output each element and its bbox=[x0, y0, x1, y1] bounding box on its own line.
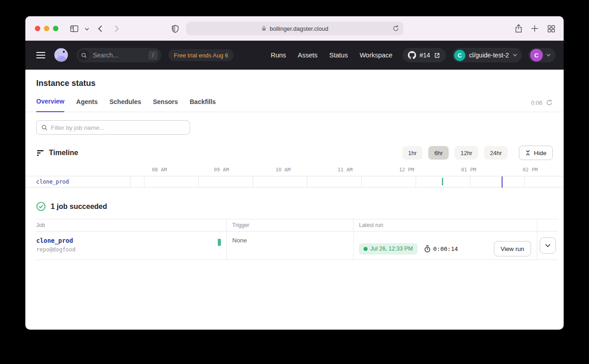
back-icon[interactable] bbox=[98, 25, 102, 32]
share-icon[interactable] bbox=[515, 24, 522, 33]
global-search[interactable]: Search... / bbox=[77, 48, 161, 62]
chevron-down-icon bbox=[546, 53, 551, 57]
github-icon bbox=[408, 51, 416, 59]
nav-status[interactable]: Status bbox=[329, 52, 348, 59]
time-range-buttons: 1hr 6hr 12hr 24hr Hide bbox=[402, 146, 553, 160]
column-latest-run: Latest run bbox=[353, 219, 537, 231]
app-header: Search... / Free trial ends Aug 6 Runs A… bbox=[25, 41, 564, 70]
address-bar[interactable]: bollinger.dagster.cloud bbox=[186, 22, 403, 35]
job-cell: clone_prod repo@dogfood bbox=[36, 232, 226, 260]
forward-icon[interactable] bbox=[115, 25, 119, 32]
row-expand-button[interactable] bbox=[540, 237, 556, 254]
nav-assets[interactable]: Assets bbox=[298, 52, 318, 59]
refresh-countdown: 0:06 bbox=[531, 99, 542, 106]
close-window-button[interactable] bbox=[35, 26, 40, 31]
run-duration: 0:00:14 bbox=[424, 245, 458, 253]
job-status-bar bbox=[218, 239, 221, 246]
tab-schedules[interactable]: Schedules bbox=[110, 98, 141, 112]
summary-text: 1 job succeeded bbox=[51, 203, 107, 211]
reload-icon[interactable] bbox=[393, 25, 399, 32]
axis-tick: 02 PM bbox=[522, 167, 537, 173]
deployment-avatar: C bbox=[454, 50, 465, 61]
timeline-label-divider bbox=[130, 176, 130, 187]
refresh-icon[interactable] bbox=[546, 99, 553, 106]
success-dot-icon bbox=[364, 247, 368, 251]
axis-tick: 08 AM bbox=[152, 167, 167, 173]
timeline-header: Timeline 1hr 6hr 12hr 24hr Hide bbox=[25, 135, 564, 160]
axis-tick: 12 PM bbox=[399, 167, 414, 173]
range-12hr-button[interactable]: 12hr bbox=[455, 146, 478, 160]
jobs-table: Job Trigger Latest run clone_prod repo@d… bbox=[36, 219, 558, 260]
range-24hr-button[interactable]: 24hr bbox=[484, 146, 508, 160]
job-filter-input[interactable] bbox=[51, 124, 185, 131]
column-trigger: Trigger bbox=[226, 219, 353, 231]
minimize-window-button[interactable] bbox=[44, 26, 49, 31]
collapse-icon bbox=[525, 150, 531, 156]
external-link-icon bbox=[434, 52, 441, 59]
lock-icon bbox=[261, 25, 267, 32]
tab-bar: Overview Agents Schedules Sensors Backfi… bbox=[25, 98, 564, 112]
search-shortcut-key: / bbox=[148, 51, 158, 60]
hide-timeline-button[interactable]: Hide bbox=[519, 146, 553, 160]
column-job: Job bbox=[36, 219, 226, 231]
screen-background: bollinger.dagster.cloud bbox=[0, 0, 589, 364]
zoom-window-button[interactable] bbox=[53, 26, 58, 31]
trial-badge[interactable]: Free trial ends Aug 6 bbox=[168, 49, 234, 61]
nav-runs[interactable]: Runs bbox=[271, 52, 286, 59]
range-6hr-button[interactable]: 6hr bbox=[428, 146, 449, 160]
sidebar-toggle-icon[interactable] bbox=[70, 25, 78, 33]
current-time-line bbox=[502, 176, 503, 188]
tab-agents[interactable]: Agents bbox=[76, 98, 97, 112]
job-repo-label: repo@dogfood bbox=[36, 246, 226, 253]
search-placeholder: Search... bbox=[93, 52, 118, 59]
run-success-tick[interactable] bbox=[442, 178, 443, 185]
user-avatar: C bbox=[530, 49, 543, 61]
job-name-link[interactable]: clone_prod bbox=[36, 237, 226, 244]
filter-section bbox=[25, 112, 564, 135]
tab-sensors[interactable]: Sensors bbox=[153, 98, 178, 112]
browser-toolbar: bollinger.dagster.cloud bbox=[25, 16, 564, 41]
nav-workspace[interactable]: Workspace bbox=[359, 52, 392, 59]
github-pr-button[interactable]: #14 bbox=[402, 48, 446, 62]
check-circle-icon bbox=[36, 202, 46, 211]
deployment-switcher[interactable]: C cl/guide-test-2 bbox=[452, 48, 522, 62]
search-icon bbox=[78, 50, 89, 61]
timeline-row[interactable]: clone_prod bbox=[25, 176, 564, 188]
dagster-logo-icon[interactable] bbox=[53, 47, 69, 63]
tab-overview[interactable]: Overview bbox=[36, 98, 64, 112]
main-nav: Runs Assets Status Workspace bbox=[271, 52, 393, 59]
chevron-down-icon bbox=[512, 53, 517, 57]
github-pr-number: #14 bbox=[420, 52, 430, 59]
column-actions bbox=[537, 219, 558, 231]
tab-backfills[interactable]: Backfills bbox=[190, 98, 216, 112]
timeline-icon bbox=[36, 149, 44, 157]
menu-icon[interactable] bbox=[36, 52, 45, 58]
axis-tick: 09 AM bbox=[214, 167, 229, 173]
run-time-badge[interactable]: Jul 26, 12:33 PM bbox=[359, 243, 417, 255]
range-1hr-button[interactable]: 1hr bbox=[402, 146, 423, 160]
axis-tick: 01 PM bbox=[461, 167, 476, 173]
timeline-chart: 08 AM 09 AM 10 AM 11 AM 12 PM 01 PM 02 P… bbox=[25, 166, 564, 188]
url-text: bollinger.dagster.cloud bbox=[270, 25, 328, 32]
run-duration-value: 0:00:14 bbox=[433, 246, 458, 252]
new-tab-icon[interactable] bbox=[531, 25, 538, 32]
tab-overview-icon[interactable] bbox=[547, 25, 555, 33]
browser-window: bollinger.dagster.cloud bbox=[25, 16, 564, 330]
table-row: clone_prod repo@dogfood None Jul 26, 12:… bbox=[36, 232, 558, 260]
refresh-status: 0:06 bbox=[531, 99, 553, 112]
view-run-button[interactable]: View run bbox=[494, 241, 531, 256]
job-filter bbox=[36, 120, 190, 135]
search-icon bbox=[41, 124, 48, 131]
timeline-title: Timeline bbox=[49, 149, 78, 157]
trigger-cell: None bbox=[226, 232, 353, 260]
chevron-down-icon[interactable] bbox=[85, 28, 89, 31]
axis-tick: 11 AM bbox=[337, 167, 352, 173]
latest-run-cell: Jul 26, 12:33 PM 0:00:14 View run bbox=[353, 232, 537, 260]
timeline-job-label[interactable]: clone_prod bbox=[36, 176, 69, 187]
table-header: Job Trigger Latest run bbox=[36, 219, 558, 232]
shield-icon[interactable] bbox=[172, 25, 179, 33]
axis-tick: 10 AM bbox=[275, 167, 290, 173]
user-menu[interactable]: C bbox=[528, 48, 555, 62]
summary-row: 1 job succeeded bbox=[25, 188, 564, 211]
deployment-name: cl/guide-test-2 bbox=[469, 52, 509, 59]
